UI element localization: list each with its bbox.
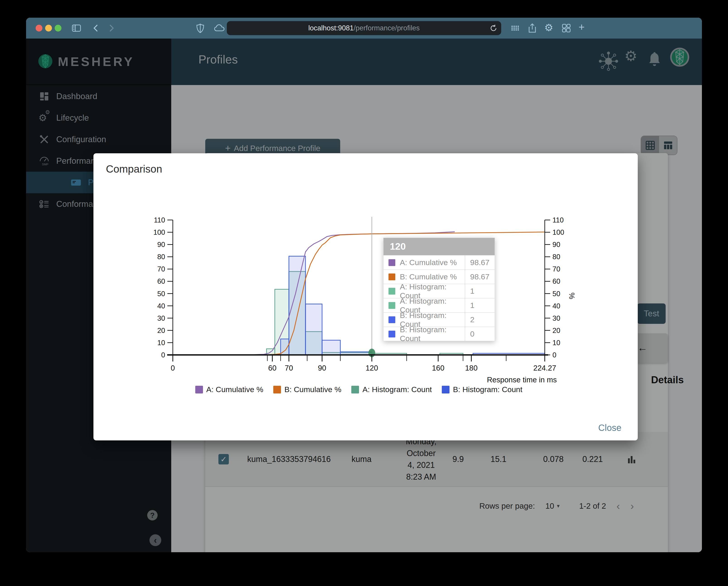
share-icon[interactable] bbox=[527, 23, 537, 34]
tooltip-swatch bbox=[389, 302, 395, 309]
svg-text:80: 80 bbox=[157, 253, 165, 261]
new-tab-icon[interactable]: + bbox=[578, 21, 585, 33]
tooltip-row: B: Histogram: Count 0 bbox=[384, 326, 495, 341]
tooltip-row: A: Histogram: Count 1 bbox=[384, 298, 495, 312]
tooltip-swatch bbox=[389, 259, 395, 266]
svg-text:100: 100 bbox=[153, 229, 165, 236]
cloud-icon[interactable] bbox=[214, 23, 225, 34]
tab-groups-icon[interactable] bbox=[561, 23, 571, 34]
svg-text:0: 0 bbox=[552, 351, 556, 359]
svg-text:0: 0 bbox=[171, 364, 175, 372]
svg-text:110: 110 bbox=[154, 216, 165, 224]
tooltip-title: 120 bbox=[384, 238, 495, 255]
svg-text:80: 80 bbox=[552, 253, 560, 261]
chart-tooltip: 120 A: Cumulative % 98.67 B: Cumulative … bbox=[383, 238, 495, 341]
back-icon[interactable] bbox=[92, 23, 101, 34]
svg-text:10: 10 bbox=[552, 339, 560, 347]
svg-text:Response time in ms: Response time in ms bbox=[487, 376, 557, 384]
svg-text:30: 30 bbox=[157, 314, 165, 322]
svg-text:224.27: 224.27 bbox=[534, 364, 556, 372]
svg-text:10: 10 bbox=[157, 339, 165, 347]
svg-text:50: 50 bbox=[157, 290, 165, 298]
svg-text:90: 90 bbox=[157, 241, 165, 248]
tooltip-swatch bbox=[389, 288, 395, 295]
svg-text:50: 50 bbox=[552, 290, 560, 298]
svg-text:40: 40 bbox=[552, 302, 560, 310]
legend-swatch-a-cumulative bbox=[195, 386, 203, 394]
svg-text:40: 40 bbox=[157, 302, 165, 310]
legend-swatch-b-cumulative bbox=[273, 386, 281, 394]
tooltip-swatch bbox=[389, 316, 395, 323]
svg-text:160: 160 bbox=[432, 364, 444, 372]
svg-text:70: 70 bbox=[157, 265, 165, 273]
tooltip-swatch bbox=[389, 273, 395, 280]
browser-titlebar: localhost:9081/performance/profiles ⚙ + bbox=[26, 18, 702, 38]
svg-text:90: 90 bbox=[552, 241, 560, 248]
svg-text:20: 20 bbox=[552, 326, 560, 335]
legend-swatch-a-histogram bbox=[351, 386, 359, 394]
svg-text:%: % bbox=[568, 293, 576, 299]
svg-text:70: 70 bbox=[285, 364, 293, 372]
svg-text:100: 100 bbox=[552, 229, 564, 236]
svg-text:90: 90 bbox=[318, 364, 327, 372]
legend-item[interactable]: A: Histogram: Count bbox=[351, 385, 432, 394]
legend-item[interactable]: B: Histogram: Count bbox=[442, 385, 522, 394]
legend-item[interactable]: A: Cumulative % bbox=[195, 385, 263, 394]
sidebar-toggle-icon[interactable] bbox=[72, 23, 81, 34]
reload-icon[interactable] bbox=[489, 24, 498, 34]
legend-item[interactable]: B: Cumulative % bbox=[273, 385, 341, 394]
browser-window: localhost:9081/performance/profiles ⚙ + … bbox=[26, 18, 702, 552]
url-path: /performance/profiles bbox=[354, 24, 420, 32]
svg-text:120: 120 bbox=[366, 364, 378, 372]
svg-text:20: 20 bbox=[157, 326, 165, 335]
tooltip-row: A: Cumulative % 98.67 bbox=[384, 255, 495, 269]
forward-icon[interactable] bbox=[107, 23, 116, 34]
dialog-title: Comparison bbox=[106, 163, 162, 175]
tooltip-swatch bbox=[389, 331, 395, 338]
svg-text:70: 70 bbox=[552, 265, 560, 273]
zoom-window-button[interactable] bbox=[55, 25, 61, 31]
close-window-button[interactable] bbox=[35, 25, 43, 31]
svg-text:60: 60 bbox=[157, 277, 165, 285]
svg-text:30: 30 bbox=[552, 314, 560, 322]
tab-overview-icon[interactable] bbox=[510, 23, 520, 34]
url-host: localhost:9081 bbox=[308, 24, 354, 32]
svg-text:180: 180 bbox=[465, 364, 477, 372]
tooltip-row: B: Histogram: Count 2 bbox=[384, 312, 495, 326]
svg-text:110: 110 bbox=[552, 216, 564, 224]
legend-swatch-b-histogram bbox=[442, 386, 449, 394]
chart-legend: A: Cumulative % B: Cumulative % A: Histo… bbox=[146, 385, 572, 394]
settings-gear-icon[interactable]: ⚙ bbox=[544, 22, 553, 33]
address-bar[interactable]: localhost:9081/performance/profiles bbox=[227, 21, 501, 35]
tooltip-row: B: Cumulative % 98.67 bbox=[384, 269, 495, 284]
close-dialog-button[interactable]: Close bbox=[598, 423, 621, 433]
privacy-shield-icon[interactable] bbox=[196, 23, 205, 34]
svg-text:60: 60 bbox=[552, 277, 560, 285]
svg-text:60: 60 bbox=[268, 364, 277, 372]
comparison-dialog: Comparison 00101020203030404050506060707… bbox=[94, 153, 638, 441]
tooltip-row: A: Histogram: Count 1 bbox=[384, 284, 495, 298]
svg-text:0: 0 bbox=[161, 351, 165, 359]
minimize-window-button[interactable] bbox=[45, 25, 52, 31]
